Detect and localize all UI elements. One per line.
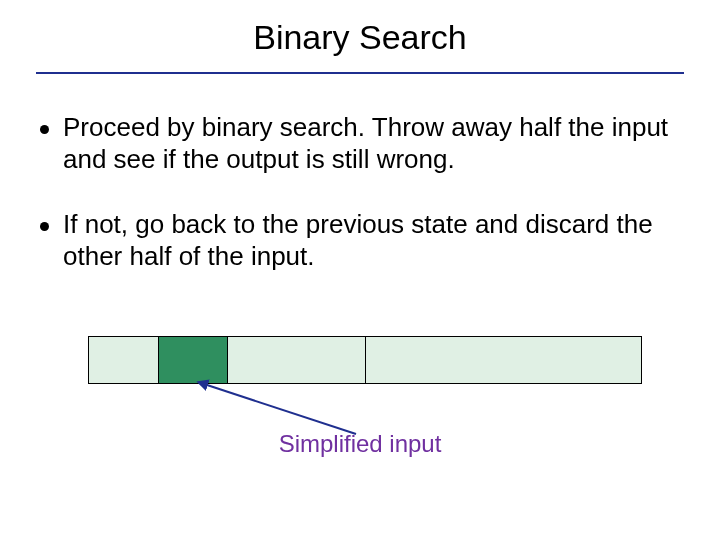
title-underline	[36, 72, 684, 74]
bullet-text: If not, go back to the previous state an…	[63, 209, 680, 272]
highlight-segment	[158, 337, 227, 383]
bullet-dot-icon	[40, 222, 49, 231]
svg-line-0	[204, 384, 356, 434]
slide-title: Binary Search	[0, 18, 720, 57]
bullet-item: If not, go back to the previous state an…	[40, 209, 680, 272]
input-bar	[88, 336, 642, 384]
slide: Binary Search Proceed by binary search. …	[0, 0, 720, 540]
diagram-caption: Simplified input	[0, 430, 720, 458]
input-bar-diagram	[88, 336, 642, 384]
segment-divider	[365, 337, 366, 383]
bullet-text: Proceed by binary search. Throw away hal…	[63, 112, 680, 175]
bullet-dot-icon	[40, 125, 49, 134]
segment-divider	[158, 337, 159, 383]
segment-divider	[227, 337, 228, 383]
bullet-item: Proceed by binary search. Throw away hal…	[40, 112, 680, 175]
body-text: Proceed by binary search. Throw away hal…	[40, 112, 680, 307]
